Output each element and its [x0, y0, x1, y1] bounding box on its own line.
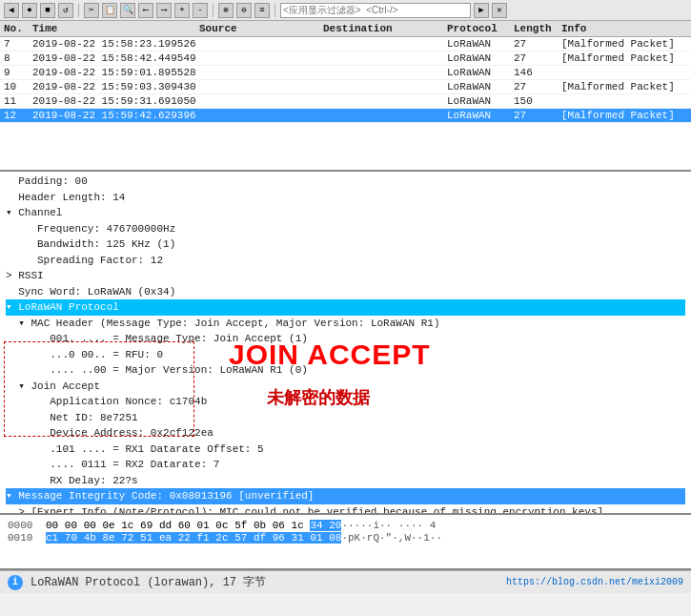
- sep1: [78, 4, 79, 17]
- toolbar-btn-6[interactable]: 📋: [102, 3, 117, 18]
- cell-no: 9: [4, 67, 32, 78]
- table-row[interactable]: 7 2019-08-22 15:58:23.199526 LoRaWAN 27 …: [0, 37, 691, 51]
- table-row[interactable]: 10 2019-08-22 15:59:03.309430 LoRaWAN 27…: [0, 80, 691, 94]
- list-item[interactable]: ▾ Channel: [6, 205, 685, 221]
- list-item[interactable]: > [Expert Info (Note/Protocol): MIC coul…: [6, 504, 685, 516]
- sep2: [213, 4, 213, 17]
- cell-time: 2019-08-22 15:59:01.895528: [32, 67, 199, 78]
- cell-dest: [323, 110, 447, 121]
- cell-info: [561, 67, 687, 78]
- hex-ascii: ·····i·· ···· 4: [341, 520, 436, 531]
- col-no: No.: [4, 23, 32, 34]
- cell-no: 10: [4, 81, 32, 92]
- join-accept-label: JOIN ACCEPT: [229, 339, 431, 371]
- filter-clear-btn[interactable]: ✕: [492, 3, 507, 18]
- toolbar-btn-2[interactable]: ●: [22, 3, 37, 18]
- toolbar-btn-5[interactable]: ✂: [84, 3, 99, 18]
- list-item[interactable]: Padding: 00: [6, 174, 685, 190]
- packet-list: No. Time Source Destination Protocol Len…: [0, 21, 691, 172]
- table-row[interactable]: 8 2019-08-22 15:58:42.449549 LoRaWAN 27 …: [0, 51, 691, 66]
- filter-apply-btn[interactable]: ▶: [474, 3, 489, 18]
- list-item[interactable]: RX Delay: 22?s: [6, 473, 685, 489]
- toolbar-btn-7[interactable]: 🔍: [120, 3, 135, 18]
- table-row[interactable]: 11 2019-08-22 15:59:31.691050 LoRaWAN 15…: [0, 94, 691, 109]
- status-bar: i LoRaWAN Protocol (lorawan), 17 字节 http…: [0, 570, 691, 593]
- hex-bytes: 00 00 00 0e 1c 69 dd 60 01 0c 5f 0b 06 1…: [46, 520, 341, 531]
- cell-info: [Malformed Packet]: [561, 81, 687, 92]
- cell-protocol: LoRaWAN: [447, 81, 514, 92]
- cell-length: 27: [514, 38, 561, 50]
- hex-ascii: ·pK·rQ·"·,W··1··: [341, 532, 442, 544]
- cell-dest: [323, 38, 447, 50]
- cell-no: 8: [4, 52, 32, 64]
- toolbar-btn-3[interactable]: ■: [40, 3, 55, 18]
- table-row[interactable]: 12 2019-08-22 15:59:42.629396 LoRaWAN 27…: [0, 109, 691, 123]
- packet-list-header: No. Time Source Destination Protocol Len…: [0, 21, 691, 37]
- cell-dest: [323, 95, 447, 107]
- list-item[interactable]: ▾ MAC Header (Message Type: Join Accept,…: [6, 316, 685, 332]
- col-info: Info: [561, 23, 687, 34]
- cell-time: 2019-08-22 15:58:23.199526: [32, 38, 199, 50]
- toolbar-btn-9[interactable]: ⟶: [156, 3, 172, 18]
- col-protocol: Protocol: [447, 23, 514, 34]
- cell-source: [199, 52, 323, 64]
- cell-length: 150: [514, 95, 561, 107]
- list-item[interactable]: .... 0111 = RX2 Datarate: 7: [6, 457, 685, 473]
- cell-source: [199, 81, 323, 92]
- cell-length: 27: [514, 52, 561, 64]
- list-item[interactable]: ▾ Message Integrity Code: 0x08013196 [un…: [6, 488, 685, 504]
- hex-row: 0000 00 00 00 0e 1c 69 dd 60 01 0c 5f 0b…: [8, 520, 442, 531]
- col-time: Time: [32, 23, 199, 34]
- list-item[interactable]: ▾ LoRaWAN Protocol: [6, 299, 685, 316]
- toolbar-btn-4[interactable]: ↺: [58, 3, 73, 18]
- hex-addr: 0000: [8, 520, 46, 531]
- toolbar-btn-1[interactable]: ◀: [4, 3, 19, 18]
- status-icon: i: [8, 575, 23, 590]
- hex-panel: 0000 00 00 00 0e 1c 69 dd 60 01 0c 5f 0b…: [0, 515, 691, 570]
- status-text: LoRaWAN Protocol (lorawan), 17 字节: [30, 574, 266, 590]
- cell-no: 12: [4, 110, 32, 121]
- cell-source: [199, 110, 323, 121]
- filter-input[interactable]: [280, 3, 471, 18]
- cell-time: 2019-08-22 15:59:42.629396: [32, 110, 199, 121]
- list-item[interactable]: > RSSI: [6, 268, 685, 284]
- cell-source: [199, 95, 323, 107]
- cell-info: [561, 95, 687, 107]
- list-item[interactable]: Bandwidth: 125 KHz (1): [6, 236, 685, 253]
- list-item[interactable]: Sync Word: LoRaWAN (0x34): [6, 284, 685, 300]
- list-item[interactable]: .101 .... = RX1 Datarate Offset: 5: [6, 441, 685, 458]
- table-row[interactable]: 9 2019-08-22 15:59:01.895528 LoRaWAN 146: [0, 66, 691, 80]
- cell-no: 7: [4, 38, 32, 50]
- undecrypted-label: 未解密的数据: [267, 386, 370, 409]
- packet-rows: 7 2019-08-22 15:58:23.199526 LoRaWAN 27 …: [0, 37, 691, 123]
- list-item[interactable]: Device Address: 0x2cf122ea: [6, 425, 685, 441]
- cell-info: [Malformed Packet]: [561, 110, 687, 121]
- cell-protocol: LoRaWAN: [447, 95, 514, 107]
- cell-time: 2019-08-22 15:59:03.309430: [32, 81, 199, 92]
- list-item[interactable]: Spreading Factor: 12: [6, 253, 685, 269]
- cell-time: 2019-08-22 15:58:42.449549: [32, 52, 199, 64]
- toolbar-btn-10[interactable]: +: [174, 3, 190, 18]
- toolbar-btn-14[interactable]: ≡: [254, 3, 270, 18]
- hex-content: 0000 00 00 00 0e 1c 69 dd 60 01 0c 5f 0b…: [4, 517, 446, 566]
- list-item[interactable]: Frequency: 476700000Hz: [6, 221, 685, 237]
- cell-source: [199, 38, 323, 50]
- cell-dest: [323, 52, 447, 64]
- sep3: [274, 4, 275, 17]
- list-item[interactable]: Net ID: 8e7251: [6, 410, 685, 426]
- col-destination: Destination: [323, 23, 447, 34]
- cell-protocol: LoRaWAN: [447, 67, 514, 78]
- toolbar-btn-13[interactable]: ⊖: [236, 3, 252, 18]
- cell-protocol: LoRaWAN: [447, 52, 514, 64]
- detail-panel: Padding: 00 Header Length: 14▾ Channel F…: [0, 172, 691, 515]
- toolbar-btn-11[interactable]: -: [193, 3, 208, 18]
- hex-addr: 0010: [8, 532, 46, 544]
- toolbar-btn-12[interactable]: ⊕: [218, 3, 234, 18]
- cell-protocol: LoRaWAN: [447, 110, 514, 121]
- hex-row: 0010 c1 70 4b 8e 72 51 ea 22 f1 2c 57 df…: [8, 532, 442, 544]
- toolbar-btn-8[interactable]: ⟵: [138, 3, 153, 18]
- list-item[interactable]: Header Length: 14: [6, 190, 685, 206]
- cell-dest: [323, 67, 447, 78]
- hex-bytes: c1 70 4b 8e 72 51 ea 22 f1 2c 57 df 96 3…: [46, 532, 341, 544]
- toolbar: ◀ ● ■ ↺ ✂ 📋 🔍 ⟵ ⟶ + - ⊕ ⊖ ≡ ▶ ✕: [0, 0, 691, 21]
